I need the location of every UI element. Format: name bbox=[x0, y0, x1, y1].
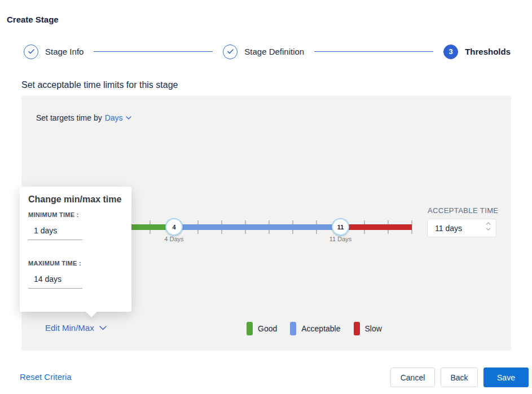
step-thresholds[interactable]: 3 Thresholds bbox=[443, 45, 511, 59]
legend-label: Acceptable bbox=[301, 324, 340, 333]
create-stage-dialog: Create Stage Stage Info Stage Definition… bbox=[0, 0, 532, 394]
edit-minmax-label: Edit Min/Max bbox=[45, 323, 94, 333]
maximum-time-label: MAXIMUM TIME : bbox=[28, 260, 81, 267]
legend-item-slow: Slow bbox=[354, 322, 382, 335]
edit-minmax-toggle[interactable]: Edit Min/Max bbox=[45, 323, 107, 333]
step-label: Stage Info bbox=[45, 47, 83, 56]
page-title: Create Stage bbox=[7, 15, 59, 24]
acceptable-time-label: ACCEPTABLE TIME bbox=[428, 206, 498, 215]
step-stage-info[interactable]: Stage Info bbox=[24, 45, 83, 59]
acceptable-time-field bbox=[427, 219, 496, 237]
check-icon bbox=[28, 48, 35, 55]
popup-title: Change min/max time bbox=[28, 194, 121, 205]
acceptable-segment bbox=[174, 224, 340, 230]
wizard-stepper: Stage Info Stage Definition 3 Thresholds bbox=[24, 44, 511, 59]
chevron-down-icon bbox=[99, 326, 107, 330]
legend-label: Good bbox=[258, 324, 277, 333]
legend-item-good: Good bbox=[247, 322, 277, 335]
back-button[interactable]: Back bbox=[441, 368, 478, 387]
check-icon bbox=[227, 48, 234, 55]
maximum-time-field bbox=[28, 271, 82, 289]
save-button[interactable]: Save bbox=[483, 368, 529, 387]
change-minmax-popup: Change min/max time MINIMUM TIME : MAXIM… bbox=[20, 187, 131, 312]
step-label: Stage Definition bbox=[244, 47, 304, 56]
section-heading: Set acceptable time limits for this stag… bbox=[21, 80, 178, 90]
targets-unit-value: Days bbox=[105, 113, 123, 122]
slider-legend: Good Acceptable Slow bbox=[247, 322, 395, 335]
stepper-down-icon[interactable] bbox=[486, 228, 491, 231]
stepper-up-icon[interactable] bbox=[486, 222, 491, 225]
maximum-time-input[interactable] bbox=[28, 271, 82, 288]
good-color-chip bbox=[247, 322, 253, 335]
slider-handle-label: 11 Days bbox=[329, 236, 352, 242]
step-done-circle bbox=[24, 45, 38, 59]
slow-segment bbox=[341, 224, 412, 230]
acceptable-color-chip bbox=[290, 322, 296, 335]
legend-label: Slow bbox=[365, 324, 382, 333]
reset-criteria-link[interactable]: Reset Criteria bbox=[20, 372, 72, 382]
stepper-connector bbox=[94, 51, 213, 52]
legend-item-acceptable: Acceptable bbox=[290, 322, 340, 335]
time-slider[interactable]: 44 Days1111 Days bbox=[103, 224, 412, 230]
set-targets-row: Set targets time by Days bbox=[36, 113, 131, 122]
step-number-circle: 3 bbox=[443, 45, 458, 59]
targets-unit-dropdown[interactable]: Days bbox=[105, 113, 131, 122]
step-done-circle bbox=[223, 45, 238, 59]
slow-color-chip bbox=[354, 322, 360, 335]
slider-handle[interactable]: 4 bbox=[165, 218, 183, 236]
slider-handle-label: 4 Days bbox=[164, 236, 183, 242]
step-label: Thresholds bbox=[465, 47, 511, 56]
slider-handle[interactable]: 11 bbox=[332, 218, 349, 236]
stepper-connector bbox=[314, 51, 433, 52]
number-stepper[interactable] bbox=[486, 222, 491, 231]
cancel-button[interactable]: Cancel bbox=[390, 368, 435, 387]
minimum-time-input[interactable] bbox=[28, 223, 82, 240]
minimum-time-label: MINIMUM TIME : bbox=[28, 211, 79, 218]
set-targets-label: Set targets time by bbox=[36, 113, 102, 122]
step-stage-definition[interactable]: Stage Definition bbox=[223, 45, 304, 59]
chevron-down-icon bbox=[126, 116, 131, 119]
minimum-time-field bbox=[28, 223, 82, 240]
